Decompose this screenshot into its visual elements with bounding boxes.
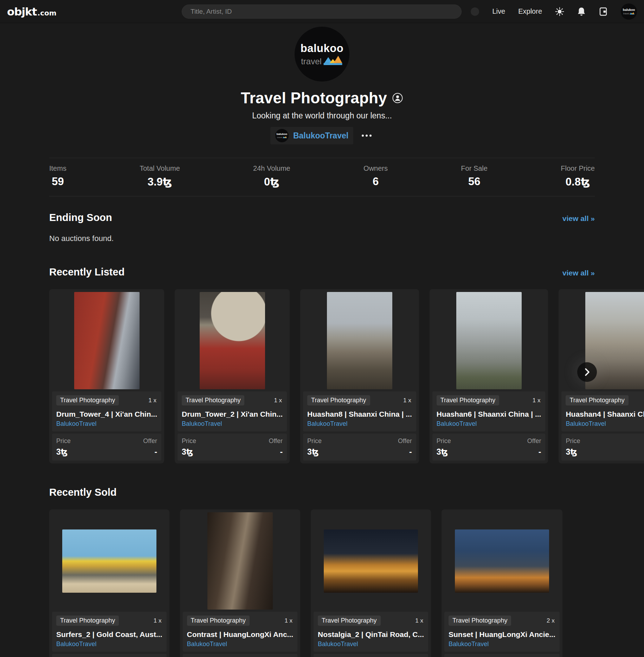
search-input[interactable] [182, 5, 462, 19]
collection-avatar[interactable]: balukoo travel [295, 27, 349, 82]
carousel-next-button[interactable] [577, 362, 597, 382]
token-creator-link[interactable]: BalukooTravel [449, 640, 555, 648]
offer-value: - [527, 447, 541, 457]
stat-value: 6 [363, 175, 388, 188]
main-content: balukoo travel Travel Photography [49, 23, 595, 657]
stat-block: Floor Price 0.8ꜩ [561, 164, 595, 188]
collection-stats: Items 59 Total Volume 3.9ꜩ 24h Volume 0ꜩ… [49, 158, 595, 196]
recently-listed-view-all-link[interactable]: view all » [562, 269, 595, 277]
token-creator-link[interactable]: BalukooTravel [56, 640, 162, 648]
price-value: 3ꜩ [56, 447, 71, 457]
token-info-panel: Travel Photography 1 x Drum_Tower_4 | Xi… [52, 391, 161, 431]
token-image-box[interactable] [314, 512, 428, 610]
token-title[interactable]: Huashan6 | Shaanxi China | ... [437, 410, 541, 418]
person-circle-icon [392, 92, 403, 104]
sold-card[interactable]: Travel Photography 2 x Sunset | HuangLon… [442, 509, 562, 657]
wallet-icon[interactable] [599, 7, 608, 16]
offer-value: - [398, 447, 412, 457]
token-image[interactable] [74, 292, 140, 389]
offer-label: Offer [269, 437, 283, 445]
recently-listed-header: Recently Listed view all » [49, 266, 595, 278]
token-title[interactable]: Drum_Tower_4 | Xi'an Chin... [56, 410, 157, 418]
recently-sold-header: Recently Sold [49, 487, 595, 498]
token-creator-link[interactable]: BalukooTravel [182, 420, 283, 428]
sold-card[interactable]: Travel Photography 1 x Surfers_2 | Gold … [49, 509, 169, 657]
listed-card[interactable]: Travel Photography 1 x Drum_Tower_2 | Xi… [175, 289, 290, 463]
token-image-box[interactable] [303, 292, 416, 389]
listed-card[interactable]: Travel Photography 1 x Huashan6 | Shaanx… [430, 289, 548, 463]
stat-label: Floor Price [561, 164, 595, 173]
token-image-box[interactable] [561, 292, 644, 389]
token-image-box[interactable] [52, 512, 167, 610]
token-creator-link[interactable]: BalukooTravel [566, 420, 644, 428]
ending-soon-view-all-link[interactable]: view all » [562, 214, 595, 223]
collection-badge[interactable]: Travel Photography [307, 395, 370, 405]
token-image-box[interactable] [52, 292, 161, 389]
stat-block: Items 59 [49, 164, 66, 188]
token-image-box[interactable] [432, 292, 546, 389]
price-panel: Price 3ꜩ Offer - [432, 434, 546, 461]
token-image-box[interactable] [178, 292, 287, 389]
collection-badge[interactable]: Travel Photography [318, 616, 380, 626]
collection-badge[interactable]: Travel Photography [182, 395, 244, 405]
sold-card[interactable]: Travel Photography 1 x Nostalgia_2 | Qin… [311, 509, 431, 657]
creator-name-link[interactable]: BalukooTravel [293, 131, 348, 141]
token-creator-link[interactable]: BalukooTravel [437, 420, 541, 428]
token-title[interactable]: Huashan4 | Shaanxi China | ... [566, 410, 644, 418]
editions-count: 1 x [274, 397, 283, 404]
divider [49, 196, 595, 196]
token-title[interactable]: Sunset | HuangLongXi Ancie... [449, 630, 555, 639]
objkt-logo[interactable]: objkt .com [7, 5, 57, 18]
notifications-bell-icon[interactable] [577, 7, 586, 16]
collection-badge[interactable]: Travel Photography [56, 395, 119, 405]
section-title: Recently Listed [49, 266, 124, 278]
token-creator-link[interactable]: BalukooTravel [56, 420, 157, 428]
nav-link-live[interactable]: Live [492, 7, 505, 15]
creator-chip[interactable]: balukoo travel BalukooTravel [270, 127, 353, 144]
avatar-text: balukoo [301, 43, 343, 54]
token-title[interactable]: Surfers_2 | Gold Coast, Aust... [56, 630, 162, 639]
sold-card[interactable]: Travel Photography 1 x Contrast | HuangL… [180, 509, 301, 657]
stat-value: 0.8ꜩ [561, 175, 595, 188]
token-title[interactable]: Contrast | HuangLongXi Anc... [187, 630, 294, 639]
collection-badge[interactable]: Travel Photography [56, 616, 119, 626]
mountains-icon [283, 136, 287, 138]
collection-badge[interactable]: Travel Photography [437, 395, 499, 405]
collection-badge[interactable]: Travel Photography [187, 616, 250, 626]
collection-badge[interactable]: Travel Photography [449, 616, 511, 626]
offer-value: - [143, 447, 157, 457]
token-title[interactable]: Huashan8 | Shaanxi China | ... [307, 410, 412, 418]
token-title[interactable]: Nostalgia_2 | QinTai Road, C... [318, 630, 424, 639]
token-image[interactable] [455, 529, 549, 593]
more-options-button[interactable] [360, 132, 374, 139]
price-label: Price [307, 437, 322, 445]
page-title: Travel Photography [241, 89, 387, 107]
editions-count: 2 x [547, 617, 555, 624]
avatar-subtext: travel [301, 54, 343, 66]
token-image-box[interactable] [183, 512, 298, 610]
price-value: 3ꜩ [566, 447, 580, 457]
token-image[interactable] [200, 292, 265, 389]
nav-link-explore[interactable]: Explore [518, 7, 542, 15]
token-creator-link[interactable]: BalukooTravel [318, 640, 424, 648]
no-auctions-text: No auctions found. [49, 234, 595, 243]
token-title[interactable]: Drum_Tower_2 | Xi'an Chin... [182, 410, 283, 418]
token-image[interactable] [207, 512, 273, 610]
token-image[interactable] [327, 292, 392, 389]
token-image-box[interactable] [444, 512, 560, 610]
editions-count: 1 x [284, 617, 293, 624]
listed-card[interactable]: Travel Photography 1 x Drum_Tower_4 | Xi… [49, 289, 164, 463]
offer-label: Offer [398, 437, 412, 445]
listed-card[interactable]: Travel Photography 1 x Huashan4 | Shaanx… [559, 289, 644, 463]
token-image[interactable] [62, 529, 156, 593]
collection-badge[interactable]: Travel Photography [566, 395, 628, 405]
user-avatar[interactable]: balukoo travel [621, 4, 637, 20]
theme-sun-icon[interactable] [555, 7, 564, 16]
token-image[interactable] [324, 529, 418, 593]
token-creator-link[interactable]: BalukooTravel [187, 640, 294, 648]
offer-value: - [269, 447, 283, 457]
editions-count: 1 x [403, 397, 412, 404]
token-creator-link[interactable]: BalukooTravel [307, 420, 412, 428]
token-image[interactable] [456, 292, 522, 389]
listed-card[interactable]: Travel Photography 1 x Huashan8 | Shaanx… [300, 289, 419, 463]
